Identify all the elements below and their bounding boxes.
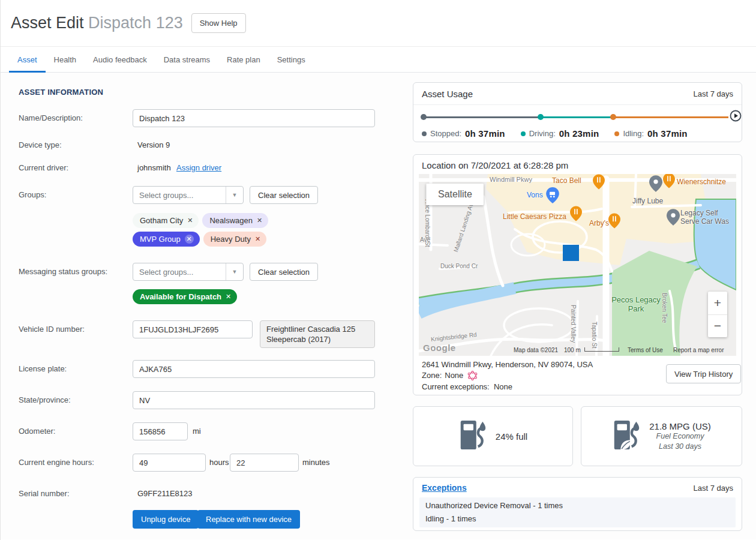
tab-asset[interactable]: Asset <box>9 47 46 72</box>
name-description-input[interactable] <box>133 109 375 127</box>
street-label-windmill-pkwy: Windmill Pkwy <box>490 176 532 183</box>
poi-label-vons[interactable]: Vons <box>527 191 543 199</box>
chip-mvp-group[interactable]: MVP Group✕ <box>133 232 200 247</box>
remove-chip-icon[interactable]: ✕ <box>255 236 260 242</box>
restaurant-pin-icon[interactable] <box>570 206 582 224</box>
messaging-groups-select[interactable]: Select groups... ▼ <box>133 263 244 281</box>
report-map-error-link[interactable]: Report a map error <box>673 347 724 353</box>
groups-select[interactable]: Select groups... ▼ <box>133 186 244 204</box>
legend-value: 0h 37min <box>647 128 688 139</box>
usage-dot-stopped <box>421 114 427 120</box>
chip-available-for-dispatch[interactable]: Available for Dispatch✕ <box>133 289 237 304</box>
current-driver-value: johnsmith <box>137 163 171 172</box>
poi-label-little-caesars[interactable]: Little Caesars Pizza <box>503 212 566 221</box>
odometer-input[interactable] <box>133 422 188 440</box>
current-exceptions-label: Current exceptions: <box>422 382 490 391</box>
remove-chip-icon[interactable]: ✕ <box>187 217 193 224</box>
zone-icon[interactable] <box>467 371 478 380</box>
license-plate-label: License plate: <box>19 364 67 373</box>
page-title-asset-name: Dispatch 123 <box>88 14 183 32</box>
restaurant-pin-icon[interactable] <box>593 174 605 192</box>
current-exceptions-value: None <box>494 382 512 391</box>
tab-settings[interactable]: Settings <box>269 47 314 72</box>
place-pin-icon[interactable] <box>649 175 662 194</box>
zoom-in-button[interactable]: + <box>708 292 727 315</box>
remove-chip-icon[interactable]: ✕ <box>185 235 194 244</box>
fuel-level-card: 24% full <box>413 406 573 466</box>
poi-label-arbys[interactable]: Arby's <box>589 219 609 227</box>
view-trip-history-button[interactable]: View Trip History <box>666 364 741 383</box>
serial-number-label: Serial number: <box>19 489 70 498</box>
tab-rate-plan[interactable]: Rate plan <box>218 47 269 72</box>
page-header: Asset Edit Dispatch 123 Show Help <box>1 0 756 47</box>
show-help-button[interactable]: Show Help <box>191 13 246 33</box>
vehicle-id-label: Vehicle ID number: <box>19 325 85 334</box>
poi-label-legacy-car-wash[interactable]: Legacy Self Serve Car Was <box>680 209 736 226</box>
satellite-view-button[interactable]: Satellite <box>426 184 484 205</box>
page-title: Asset Edit Dispatch 123 <box>11 14 183 32</box>
state-province-input[interactable] <box>133 391 375 409</box>
fuel-economy-caption: Fuel Economy <box>649 431 711 442</box>
chip-label: Heavy Duty <box>211 235 251 244</box>
legend-dot-icon <box>422 131 427 136</box>
current-exceptions-row: Current exceptions: None <box>422 382 512 392</box>
vehicle-info-box: Freightliner Cascadia 125 Sleepercab (20… <box>260 320 375 348</box>
map-data-attribution: Map data ©2021 <box>514 347 558 353</box>
poi-label-wienerschnitzel[interactable]: Wienerschnitze <box>677 178 726 186</box>
exceptions-link[interactable]: Exceptions <box>422 483 467 493</box>
fuel-pump-icon <box>458 419 487 454</box>
terms-of-use-link[interactable]: Terms of Use <box>628 347 663 353</box>
chip-nealswagen[interactable]: Nealswagen✕ <box>202 213 268 228</box>
messaging-clear-selection-button[interactable]: Clear selection <box>250 263 318 281</box>
asset-usage-panel: Asset Usage Last 7 days Stopped:0h 37min… <box>413 82 742 142</box>
poi-label-jiffy-lube[interactable]: Jiffy Lube <box>632 197 663 205</box>
exceptions-period: Last 7 days <box>694 484 734 493</box>
fuel-economy-icon <box>612 419 641 454</box>
remove-chip-icon[interactable]: ✕ <box>226 293 231 300</box>
exception-row: Idling - 1 times <box>419 512 736 526</box>
usage-timeline <box>422 113 728 121</box>
legend-label: Stopped: <box>430 129 461 138</box>
unplug-device-button[interactable]: Unplug device <box>133 510 199 529</box>
map-scale-bar <box>584 347 619 352</box>
usage-segment-idling <box>611 116 728 118</box>
chip-gotham-city[interactable]: Gotham City✕ <box>133 213 199 228</box>
name-description-label: Name/Description: <box>19 113 83 122</box>
legend-item-stopped: Stopped:0h 37min <box>422 128 505 139</box>
chip-heavy-duty[interactable]: Heavy Duty✕ <box>203 232 266 247</box>
vehicle-location-marker[interactable] <box>563 245 579 261</box>
engine-hours-input[interactable] <box>133 454 206 472</box>
grocery-pin-icon[interactable] <box>546 187 559 206</box>
map-view-button[interactable]: Map <box>431 203 470 205</box>
tab-audio-feedback[interactable]: Audio feedback <box>85 47 155 72</box>
street-label-duck-pond: Duck Pond Cr <box>440 263 478 269</box>
poi-label-taco-bell[interactable]: Taco Bell <box>552 176 581 185</box>
map[interactable]: Windmill Pkwy Taco Bell Vons Little Caes… <box>419 174 736 356</box>
fuel-economy-value: 21.8 MPG (US) <box>649 421 711 431</box>
chevron-down-icon[interactable]: ▼ <box>226 263 243 280</box>
groups-clear-selection-button[interactable]: Clear selection <box>250 186 318 204</box>
messaging-select-placeholder: Select groups... <box>133 263 226 280</box>
engine-minutes-input[interactable] <box>230 454 299 472</box>
restaurant-pin-icon[interactable] <box>608 213 620 231</box>
group-chips: Gotham City✕Nealswagen✕MVP Group✕Heavy D… <box>133 213 326 247</box>
usage-dot-driving <box>538 114 544 120</box>
place-pin-icon[interactable] <box>667 209 680 228</box>
zoom-out-button[interactable]: − <box>708 315 727 338</box>
legend-item-driving: Driving:0h 23min <box>521 128 599 139</box>
remove-chip-icon[interactable]: ✕ <box>257 217 262 224</box>
groups-label: Groups: <box>19 190 46 199</box>
fuel-level-value: 24% full <box>496 431 527 442</box>
legend-dot-icon <box>521 131 526 136</box>
tab-data-streams[interactable]: Data streams <box>155 47 218 72</box>
license-plate-input[interactable] <box>133 360 375 378</box>
restaurant-pin-icon[interactable] <box>663 174 675 191</box>
vehicle-id-input[interactable] <box>133 320 253 338</box>
replace-device-button[interactable]: Replace with new device <box>197 510 300 529</box>
zone-row: Zone: None <box>422 370 478 381</box>
play-circle-icon[interactable] <box>730 110 742 124</box>
chevron-down-icon[interactable]: ▼ <box>226 187 243 203</box>
assign-driver-link[interactable]: Assign driver <box>176 163 221 172</box>
street-label-painted-valley: Painted Valley <box>570 305 577 343</box>
tab-health[interactable]: Health <box>46 47 85 72</box>
